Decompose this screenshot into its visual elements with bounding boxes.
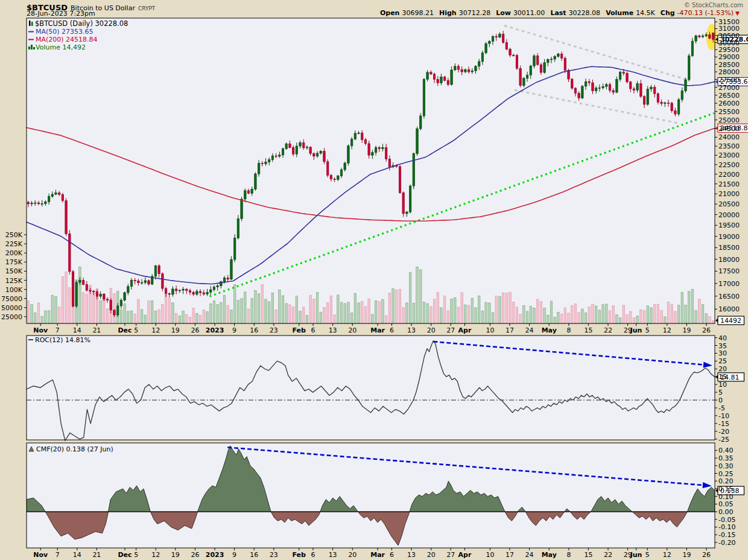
date-label: 26 — [191, 326, 199, 334]
date-label: 19 — [171, 326, 180, 334]
volume-bar — [426, 304, 429, 323]
date-label: 6 — [311, 551, 315, 559]
volume-bar — [464, 305, 467, 323]
ma200-legend-label: MA(200) 24518.84 — [36, 36, 98, 43]
candle-down — [292, 147, 294, 154]
candle-down — [388, 159, 391, 167]
volume-bar — [292, 307, 294, 323]
candle-up — [279, 155, 281, 156]
volume-bar — [554, 317, 556, 323]
volume-bar — [626, 314, 629, 323]
price-tick-label: 21500 — [718, 180, 740, 188]
candle-down — [712, 33, 714, 39]
candle-up — [285, 144, 288, 148]
candle-up — [141, 282, 143, 283]
candle-down — [468, 69, 470, 72]
volume-bar — [130, 311, 133, 323]
candle-down — [368, 144, 370, 155]
date-label: 6 — [390, 551, 394, 559]
candle-down — [540, 65, 542, 72]
price-tick-label: 18000 — [718, 256, 740, 264]
volume-bar — [409, 272, 411, 323]
volume-bar — [475, 308, 477, 323]
candle-up — [337, 176, 340, 180]
volume-bar — [103, 299, 106, 323]
candle-down — [27, 202, 30, 204]
volume-bar — [378, 302, 381, 323]
roc-tick-label: -20 — [718, 428, 729, 436]
candle-down — [674, 111, 677, 114]
candle-down — [82, 280, 84, 284]
candle-down — [261, 164, 264, 164]
volume-bar — [516, 307, 518, 323]
price-tick-label: 28000 — [718, 68, 740, 76]
volume-bar — [86, 294, 88, 323]
date-label: 26 — [702, 551, 711, 559]
volume-bar — [82, 293, 84, 323]
volume-bar — [468, 305, 470, 323]
volume-legend-icon — [28, 46, 30, 49]
date-label: 5 — [134, 326, 138, 334]
date-label: May — [542, 551, 557, 559]
volume-bar — [489, 303, 491, 323]
date-label: Apr — [458, 551, 472, 559]
date-label: Nov — [33, 551, 48, 559]
candle-down — [574, 88, 577, 94]
candle-down — [447, 80, 449, 84]
date-label: 26 — [702, 326, 711, 334]
volume-tick-label: 225K — [5, 240, 23, 248]
candle-up — [530, 66, 532, 75]
volume-bar — [568, 313, 570, 323]
candle-up — [282, 148, 284, 154]
volume-bar — [585, 313, 587, 323]
volume-bar — [616, 315, 618, 323]
volume-bar — [203, 310, 205, 323]
volume-legend-label: Volume 14,492 — [36, 43, 86, 51]
candle-down — [113, 310, 116, 315]
volume-bar — [606, 304, 608, 323]
candle-down — [58, 193, 60, 195]
roc-plot-background — [27, 336, 715, 440]
candle-down — [612, 91, 615, 92]
volume-bar — [320, 312, 322, 323]
candle-down — [592, 83, 594, 91]
volume-bar — [144, 315, 147, 323]
candle-up — [179, 290, 181, 291]
price-tick-label: 23500 — [718, 142, 740, 150]
volume-bar — [392, 288, 395, 323]
candle-up — [413, 154, 415, 186]
volume-bar — [165, 294, 167, 323]
volume-bar — [141, 310, 143, 323]
candle-down — [430, 72, 433, 74]
candle-down — [62, 194, 64, 200]
volume-bar — [220, 302, 223, 323]
volume-bar — [206, 311, 209, 323]
candle-down — [495, 36, 498, 37]
roc-panel: 14.81 — [27, 336, 744, 441]
candle-down — [502, 34, 504, 42]
date-label: Feb — [293, 551, 306, 559]
candle-up — [251, 189, 253, 193]
date-label: 14 — [73, 326, 81, 334]
roc-tick-label: 25 — [718, 357, 727, 365]
date-label: Mar — [370, 551, 385, 559]
candle-up — [423, 79, 425, 116]
candle-up — [416, 129, 419, 154]
candle-down — [199, 291, 201, 293]
callout-text: 14492 — [720, 317, 741, 325]
candle-down — [89, 290, 92, 291]
candle-up — [130, 280, 133, 286]
candle-down — [643, 97, 645, 104]
date-label: 8 — [566, 551, 571, 559]
volume-bar — [629, 311, 632, 323]
candle-down — [92, 291, 95, 292]
candle-up — [31, 203, 33, 204]
candle-up — [595, 88, 597, 91]
cmf-tick-label: -0.10 — [718, 523, 735, 531]
candle-up — [585, 81, 587, 86]
candle-down — [385, 147, 387, 159]
volume-bar — [182, 311, 185, 323]
candle-up — [705, 35, 708, 36]
cmf-tick-label: -0.05 — [718, 516, 735, 524]
price-tick-label: 29500 — [718, 46, 740, 54]
